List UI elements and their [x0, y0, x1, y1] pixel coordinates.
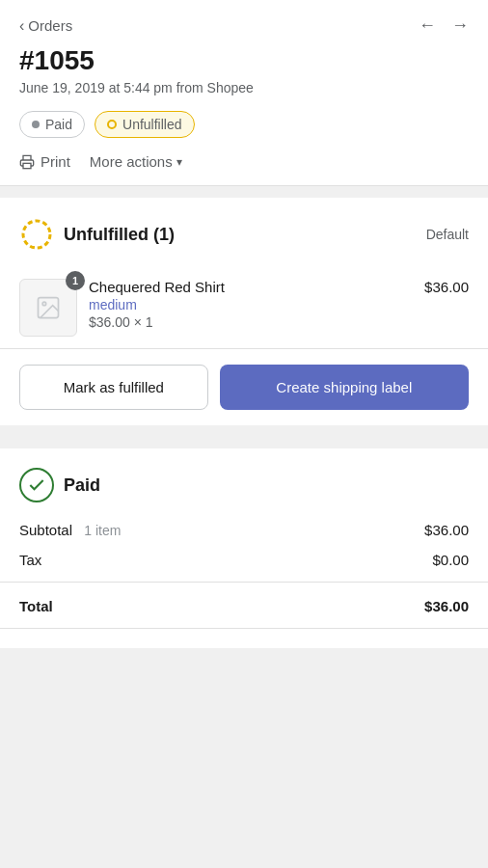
nav-arrows: ← → [419, 15, 469, 36]
paid-status-icon [19, 468, 54, 502]
unfulfilled-title-wrap: Unfulfilled (1) [19, 217, 175, 252]
order-id: #1055 [19, 45, 469, 76]
chevron-down-icon: ▾ [176, 155, 182, 169]
product-total: $36.00 [424, 279, 469, 295]
product-item: 1 Chequered Red Shirt medium $36.00 × 1 … [19, 267, 469, 348]
unfulfilled-default-label: Default [426, 227, 469, 242]
section-gap-2 [0, 425, 488, 437]
checkmark-icon [27, 475, 46, 495]
section-gap-1 [0, 186, 488, 198]
header-section: ‹ Orders ← → #1055 June 19, 2019 at 5:44… [0, 0, 488, 186]
product-name: Chequered Red Shirt [89, 279, 413, 295]
prev-order-button[interactable]: ← [419, 15, 436, 36]
product-variant: medium [89, 297, 413, 312]
product-image-wrap: 1 [19, 279, 77, 337]
paid-badge: Paid [19, 111, 85, 138]
create-shipping-button[interactable]: Create shipping label [220, 365, 469, 410]
svg-point-3 [42, 302, 46, 306]
mark-fulfilled-button[interactable]: Mark as fulfilled [19, 365, 208, 410]
svg-point-1 [23, 221, 50, 248]
bottom-divider [0, 628, 488, 629]
total-amount: $36.00 [424, 598, 469, 614]
subtotal-label-wrap: Subtotal 1 item [19, 522, 121, 538]
product-price-qty: $36.00 × 1 [89, 314, 413, 330]
total-label: Total [19, 598, 53, 614]
order-date: June 19, 2019 at 5:44 pm from Shopee [19, 80, 469, 95]
nav-bar: ‹ Orders ← → [19, 15, 469, 36]
back-label: Orders [28, 17, 72, 34]
total-row: Total $36.00 [19, 594, 469, 614]
back-chevron-icon: ‹ [19, 17, 24, 35]
unfulfilled-section: Unfulfilled (1) Default 1 Chequered Red … [0, 198, 488, 425]
badges: Paid Unfulfilled [19, 111, 469, 138]
more-actions-button[interactable]: More actions ▾ [90, 153, 182, 170]
paid-title: Paid [64, 475, 100, 496]
quantity-badge: 1 [66, 271, 85, 290]
paid-section: Paid Subtotal 1 item $36.00 Tax $0.00 To… [0, 448, 488, 648]
unfulfilled-circle-icon [107, 120, 117, 129]
subtotal-amount: $36.00 [424, 522, 469, 538]
subtotal-label: Subtotal [19, 522, 72, 538]
unfulfilled-title-text: Unfulfilled (1) [64, 225, 175, 245]
print-button[interactable]: Print [19, 153, 70, 170]
product-placeholder-icon [35, 294, 62, 321]
subtotal-items: 1 item [84, 523, 121, 538]
unfulfilled-badge: Unfulfilled [95, 111, 194, 138]
product-details: Chequered Red Shirt medium $36.00 × 1 [89, 279, 413, 330]
more-actions-label: More actions [90, 153, 173, 170]
actions-bar: Print More actions ▾ [19, 153, 469, 170]
subtotal-row: Subtotal 1 item $36.00 [19, 522, 469, 538]
next-order-button[interactable]: → [451, 15, 469, 36]
print-label: Print [41, 153, 70, 170]
unfulfilled-status-icon [19, 217, 54, 252]
tax-label: Tax [19, 552, 41, 568]
print-icon [19, 154, 35, 170]
unfulfilled-badge-label: Unfulfilled [122, 117, 181, 132]
back-link[interactable]: ‹ Orders [19, 17, 72, 35]
svg-rect-0 [23, 163, 31, 168]
paid-dot-icon [32, 121, 40, 128]
action-buttons: Mark as fulfilled Create shipping label [0, 348, 488, 425]
tax-row: Tax $0.00 [19, 552, 469, 568]
paid-badge-label: Paid [45, 117, 72, 132]
unfulfilled-header: Unfulfilled (1) Default [19, 217, 469, 252]
tax-amount: $0.00 [432, 552, 469, 568]
paid-header: Paid [19, 468, 469, 502]
